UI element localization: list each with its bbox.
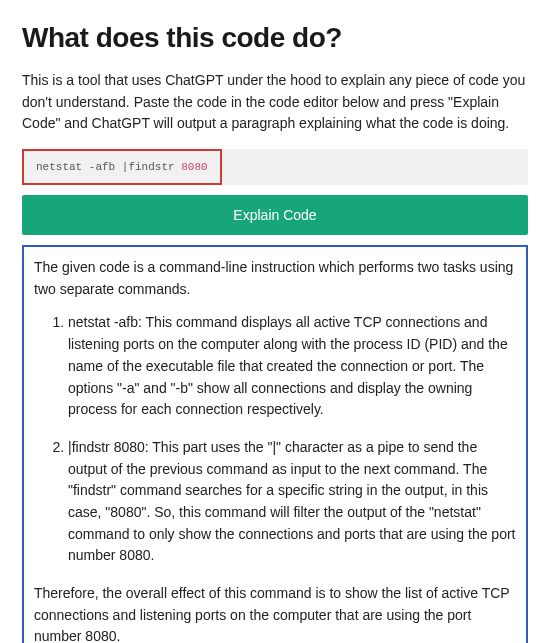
list-item: netstat -afb: This command displays all … xyxy=(68,312,516,420)
code-port-number: 8080 xyxy=(181,161,207,173)
intro-text: This is a tool that uses ChatGPT under t… xyxy=(22,70,528,135)
explanation-list: netstat -afb: This command displays all … xyxy=(34,312,516,567)
explanation-box: The given code is a command-line instruc… xyxy=(22,245,528,643)
explanation-conclusion: Therefore, the overall effect of this co… xyxy=(34,583,516,643)
list-item: |findstr 8080: This part uses the "|" ch… xyxy=(68,437,516,567)
code-editor[interactable]: netstat -afb |findstr 8080 xyxy=(22,149,528,185)
explain-code-button[interactable]: Explain Code xyxy=(22,195,528,235)
code-content: netstat -afb |findstr 8080 xyxy=(22,149,222,185)
code-text: netstat -afb |findstr xyxy=(36,161,181,173)
explanation-lead: The given code is a command-line instruc… xyxy=(34,257,516,300)
page-title: What does this code do? xyxy=(22,22,528,54)
